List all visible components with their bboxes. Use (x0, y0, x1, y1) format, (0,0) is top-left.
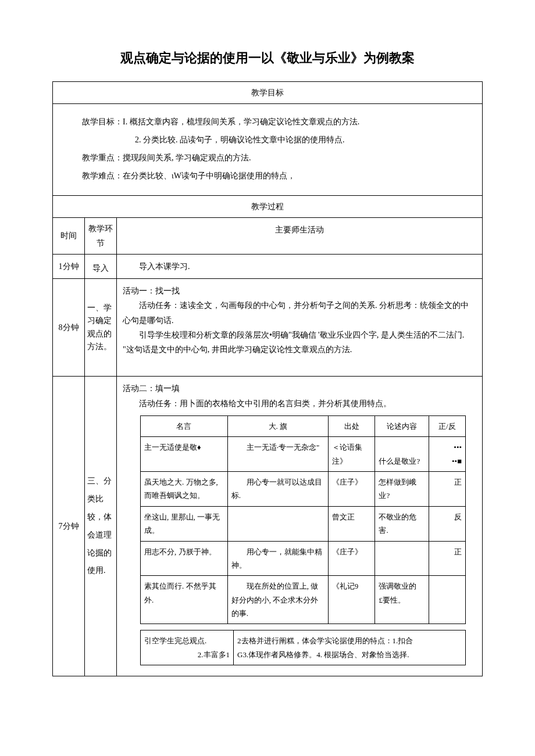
summary-text: 2.丰富多1 (144, 648, 230, 661)
table-row: 虽天地之大. 万物之多, 而唯吾蜩讽之知。 用心专一就可以达成目标. 《庄子》 … (141, 471, 466, 506)
activity-line: 引导学生校理和分析文章的段落层次•明确"我确信 '敬业乐业四个字, 是人类生活的… (123, 328, 476, 357)
cell-pf: 反 (429, 506, 465, 541)
process-header: 教学过程 (53, 196, 482, 218)
table-row: 用志不分, 乃朕于神。 用心专一，就能集中精神。 《庄子》 正 (141, 541, 466, 576)
cell-content: 强调敬业的£要性。 (375, 576, 429, 624)
quotes-table: 名言 大. 旗 出处 论述内容 正/反 主一无适使是敬♦ 主一无适·专一无杂念"… (140, 415, 466, 625)
cell-pf: ••• ••■ (429, 437, 465, 472)
th-meaning: 大. 旗 (227, 415, 328, 436)
cell-source: 《庄子》 (328, 541, 375, 576)
th-pf: 正/反 (429, 415, 465, 436)
process-header-row: 时间 教学环节 主要师生活动 (53, 218, 482, 255)
cell-meaning: 主一无适·专一无杂念" (227, 437, 328, 472)
cell-content (375, 541, 429, 576)
goals-block: 故学目标：I. 概括文章内容，梳埋段间关系，学习确定议论性文章观点的方法. 2.… (53, 104, 482, 196)
cell-source: 《礼记9 (328, 576, 375, 624)
activity-cell: 导入本课学习. (117, 255, 482, 278)
cell-meaning: 用心专一就可以达成目标. (227, 471, 328, 506)
cell-source: 曾文正 (328, 506, 375, 541)
summary-table: 引空学生完总观点. 2.丰富多1 2去格并进行阐糕，体会学实论据使用的特点：1.… (140, 630, 466, 665)
activity-line: 活动一：找一找 (123, 284, 476, 298)
cell-pf: 正 (429, 541, 465, 576)
cell-content: 不敬业的危害. (375, 506, 429, 541)
cell-quote: 主一无适使是敬♦ (141, 437, 228, 472)
time-cell: 8分钟 (53, 279, 85, 376)
table-row: 主一无适使是敬♦ 主一无适·专一无杂念" ＜论语集注》 什么是敬业? ••• •… (141, 437, 466, 472)
time-cell: 1分钟 (53, 255, 85, 278)
cell-source: ＜论语集注》 (328, 437, 375, 472)
page-title: 观点确定与论据的使用一以《敬业与乐业》为例教案 (52, 46, 483, 70)
col-header-stage: 教学环节 (85, 218, 117, 254)
cell-quote: 用志不分, 乃朕于神。 (141, 541, 228, 576)
cell-source: 《庄子》 (328, 471, 375, 506)
table-header-row: 名言 大. 旗 出处 论述内容 正/反 (141, 415, 466, 436)
table-row: 素其位而行. 不然乎其外. 现在所处的位置上, 做好分内的小, 不企求木分外的事… (141, 576, 466, 624)
process-row: 7分钟 三、分类比较，体会道理论掘的使用. 活动二：填一填 活动任务：用卜面的衣… (53, 377, 482, 676)
cell-meaning: 用心专一，就能集中精神。 (227, 541, 328, 576)
cell-meaning: 现在所处的位置上, 做好分内的小, 不企求木分外的事. (227, 576, 328, 624)
stage-cell: 一、学习确定观点的方法。 (85, 279, 117, 376)
table-row: 引空学生完总观点. 2.丰富多1 2去格并进行阐糕，体会学实论据使用的特点：1.… (141, 630, 466, 665)
th-quote: 名言 (141, 415, 228, 436)
summary-text: 2去格并进行阐糕，体会学实论据使用的特点：1.扣合 (237, 634, 462, 647)
col-header-time: 时间 (53, 218, 85, 254)
stage-cell: 导入 (85, 255, 117, 278)
cell-quote: 虽天地之大. 万物之多, 而唯吾蜩讽之知。 (141, 471, 228, 506)
summary-text: G3.体现作者风格修养。4. 根据场合、对象恰当选择. (237, 648, 462, 661)
goal-line: 故学目标：I. 概括文章内容，梳埋段间关系，学习确定议论性文章观点的方法. (82, 114, 470, 129)
cell-quote: 坐这山, 里那山, 一事无成。 (141, 506, 228, 541)
summary-text: 引空学生完总观点. (144, 634, 230, 647)
goal-difficulty: 教学难点：在分类比较、ιW读句子中明确论据使用的特点， (82, 169, 470, 183)
cell-content: 什么是敬业? (375, 437, 429, 472)
activity-line: 活动任务：速读全文，勾画每段的中心句，并分析句子之间的关系. 分析思考：统领全文… (123, 298, 476, 327)
table-row: 坐这山, 里那山, 一事无成。 曾文正 不敬业的危害. 反 (141, 506, 466, 541)
cell-pf (429, 576, 465, 624)
activity-line: 导入本课学习. (123, 259, 476, 274)
summary-left-cell: 引空学生完总观点. 2.丰富多1 (141, 630, 234, 665)
col-header-activity: 主要师生活动 (117, 218, 482, 254)
th-content: 论述内容 (375, 415, 429, 436)
process-row: 1分钟 导入 导入本课学习. (53, 255, 482, 279)
activity-line: 活动任务：用卜面的衣格给文中引用的名言归类，并分析其使用特点。 (123, 396, 476, 411)
process-row: 8分钟 一、学习确定观点的方法。 活动一：找一找 活动任务：速读全文，勾画每段的… (53, 279, 482, 377)
stage-cell: 三、分类比较，体会道理论掘的使用. (85, 377, 117, 676)
time-cell: 7分钟 (53, 377, 85, 676)
lesson-plan-container: 教学目标 故学目标：I. 概括文章内容，梳埋段间关系，学习确定议论性文章观点的方… (52, 81, 483, 677)
th-source: 出处 (328, 415, 375, 436)
goals-header: 教学目标 (53, 82, 482, 104)
cell-meaning (227, 506, 328, 541)
goal-line: 2. 分类比较. 品读句子，明确议论性文章中论据的使用特点. (82, 132, 470, 147)
cell-quote: 素其位而行. 不然乎其外. (141, 576, 228, 624)
activity-cell: 活动一：找一找 活动任务：速读全文，勾画每段的中心句，并分析句子之间的关系. 分… (117, 279, 482, 376)
cell-pf: 正 (429, 471, 465, 506)
activity-line: 活动二：填一填 (123, 381, 476, 396)
activity-cell: 活动二：填一填 活动任务：用卜面的衣格给文中引用的名言归类，并分析其使用特点。 … (117, 377, 482, 676)
cell-content: 怎样做到峨业? (375, 471, 429, 506)
goal-focus: 教学重点：搅现段间关系, 学习确定观点的方法. (82, 151, 470, 165)
summary-right-cell: 2去格并进行阐糕，体会学实论据使用的特点：1.扣合 G3.体现作者风格修养。4.… (234, 630, 466, 665)
